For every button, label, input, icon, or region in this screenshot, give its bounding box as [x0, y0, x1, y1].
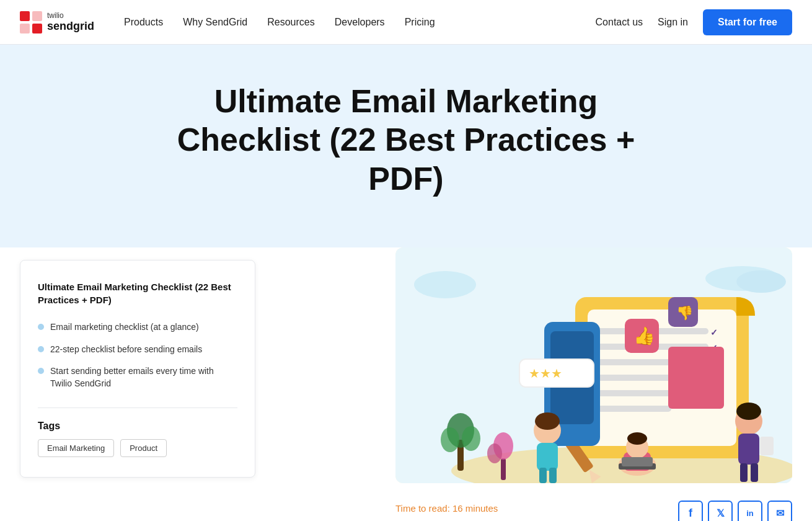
toc-item-2[interactable]: 22-step checklist before sending emails — [38, 344, 237, 356]
nav-links: Products Why SendGrid Resources Develope… — [124, 17, 596, 28]
svg-rect-49 — [501, 458, 506, 480]
tag-product[interactable]: Product — [120, 439, 167, 457]
content-area: Ultimate Email Marketing Checklist (22 B… — [0, 235, 812, 521]
svg-text:★★★: ★★★ — [529, 367, 562, 380]
nav-start-free-button[interactable]: Start for free — [703, 9, 792, 35]
facebook-icon: f — [689, 507, 692, 520]
svg-point-36 — [627, 432, 647, 445]
svg-point-5 — [414, 271, 476, 298]
article-bottom-row: Time to read: 16 minutes f 𝕏 in ✉ — [395, 493, 792, 521]
twitter-x-icon: 𝕏 — [717, 507, 725, 519]
svg-point-51 — [487, 443, 502, 463]
logo-twilio: twilio — [47, 11, 94, 20]
logo-sendgrid: sendgrid — [47, 20, 94, 33]
toc-list: Email marketing checklist (at a glance) … — [38, 321, 237, 390]
time-to-read: Time to read: 16 minutes — [395, 503, 498, 514]
toc-card: Ultimate Email Marketing Checklist (22 B… — [20, 260, 255, 477]
tag-email-marketing[interactable]: Email Marketing — [38, 439, 114, 457]
svg-rect-32 — [549, 468, 557, 483]
svg-rect-1 — [32, 11, 42, 21]
svg-rect-3 — [32, 24, 42, 33]
sidebar-divider — [38, 407, 237, 408]
social-share-row: f 𝕏 in ✉ — [678, 501, 792, 521]
navbar: twilio sendgrid Products Why SendGrid Re… — [0, 0, 812, 45]
svg-rect-31 — [539, 468, 547, 483]
article-illustration: ✓ ✓ ✓ ✓ ✓ — [395, 247, 792, 483]
svg-text:👍: 👍 — [633, 326, 655, 346]
svg-point-29 — [535, 412, 560, 430]
toc-dot-3 — [38, 368, 44, 374]
svg-point-48 — [462, 426, 480, 451]
nav-resources[interactable]: Resources — [267, 17, 314, 28]
hero-image-area: ✓ ✓ ✓ ✓ ✓ — [280, 235, 792, 521]
nav-contact[interactable]: Contact us — [596, 17, 643, 28]
svg-rect-44 — [760, 437, 774, 455]
svg-point-47 — [441, 427, 459, 452]
tags-row: Email Marketing Product — [38, 439, 237, 457]
svg-rect-16 — [597, 406, 671, 412]
logo-text: twilio sendgrid — [47, 11, 94, 33]
toc-item-1[interactable]: Email marketing checklist (at a glance) — [38, 321, 237, 334]
twilio-sendgrid-logo-icon — [20, 11, 42, 33]
logo[interactable]: twilio sendgrid — [20, 11, 94, 33]
share-facebook-button[interactable]: f — [678, 501, 703, 521]
linkedin-icon: in — [746, 509, 754, 518]
nav-why-sendgrid[interactable]: Why SendGrid — [183, 17, 247, 28]
toc-dot-1 — [38, 324, 44, 330]
checklist-illustration-svg: ✓ ✓ ✓ ✓ ✓ — [395, 247, 792, 483]
svg-rect-2 — [20, 24, 30, 33]
share-email-button[interactable]: ✉ — [767, 501, 792, 521]
toc-card-title: Ultimate Email Marketing Checklist (22 B… — [38, 280, 237, 306]
nav-pricing[interactable]: Pricing — [405, 17, 435, 28]
svg-rect-41 — [738, 434, 759, 465]
svg-rect-43 — [751, 463, 758, 482]
svg-point-40 — [736, 403, 761, 420]
email-icon: ✉ — [776, 507, 784, 519]
nav-developers[interactable]: Developers — [335, 17, 385, 28]
nav-products[interactable]: Products — [124, 17, 163, 28]
share-linkedin-button[interactable]: in — [738, 501, 762, 521]
tags-label: Tags — [38, 421, 237, 432]
svg-rect-42 — [740, 463, 748, 482]
svg-point-7 — [736, 270, 786, 293]
svg-rect-0 — [20, 11, 30, 21]
svg-rect-30 — [537, 443, 558, 471]
hero-title: Ultimate Email Marketing Checklist (22 B… — [158, 82, 654, 198]
svg-text:👎: 👎 — [676, 305, 694, 321]
svg-rect-38 — [622, 457, 653, 466]
share-twitter-button[interactable]: 𝕏 — [708, 501, 733, 521]
nav-signin[interactable]: Sign in — [658, 17, 688, 28]
nav-right: Contact us Sign in Start for free — [596, 9, 792, 35]
toc-item-3[interactable]: Start sending better emails every time w… — [38, 365, 237, 390]
svg-rect-22 — [668, 347, 724, 409]
svg-text:✓: ✓ — [710, 327, 718, 337]
hero-section: Ultimate Email Marketing Checklist (22 B… — [0, 45, 812, 247]
toc-dot-2 — [38, 346, 44, 352]
